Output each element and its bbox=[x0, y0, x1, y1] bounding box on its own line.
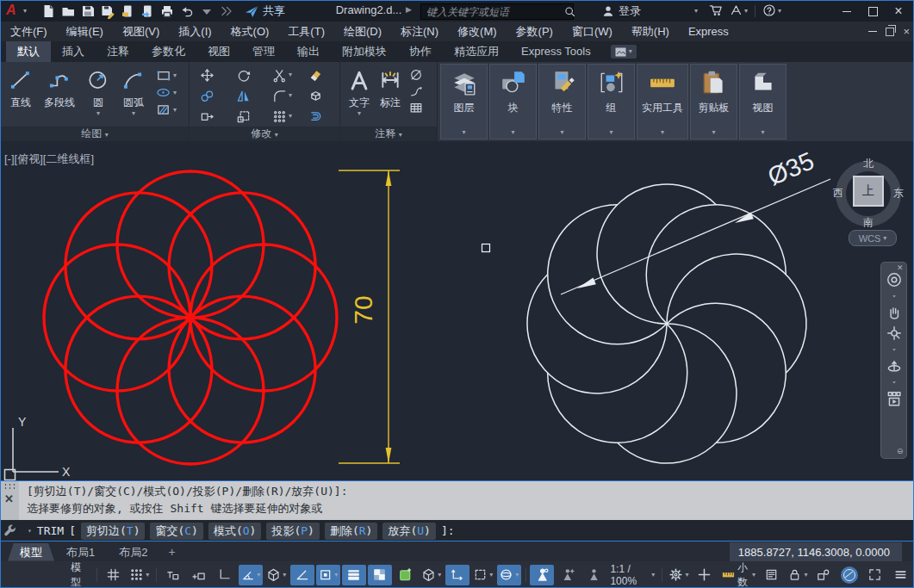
ellipse-tool[interactable]: ▾ bbox=[156, 85, 177, 100]
search-input[interactable] bbox=[425, 5, 563, 19]
autodesk-caret-icon[interactable]: ▾ bbox=[744, 8, 748, 15]
ribbon-tab-0[interactable]: 默认 bbox=[6, 41, 51, 62]
viewcube-top-face[interactable]: 上 bbox=[853, 176, 884, 207]
menu-item-11[interactable]: 帮助(H) bbox=[622, 22, 679, 41]
menu-item-4[interactable]: 格式(O) bbox=[221, 22, 279, 41]
minimize-button[interactable] bbox=[834, 1, 860, 22]
command-close-icon[interactable]: ✕ bbox=[4, 492, 14, 505]
panel-button-4[interactable]: 实用工具▾ bbox=[637, 64, 688, 139]
ribbon-tab-3[interactable]: 参数化 bbox=[140, 41, 196, 62]
3d-object-snap[interactable]: ▾ bbox=[420, 565, 444, 585]
mirror-tool[interactable] bbox=[231, 85, 267, 106]
navbar-caret-icon[interactable] bbox=[890, 345, 898, 354]
help-caret-icon[interactable]: ▾ bbox=[778, 8, 781, 15]
scale-value[interactable]: 1:1 / 100%▾ bbox=[607, 565, 657, 585]
viewport-controls-label[interactable]: [-][俯视][二维线框] bbox=[4, 152, 94, 167]
panel-button-6[interactable]: 视图▾ bbox=[739, 64, 787, 139]
object-snap-tracking[interactable] bbox=[290, 565, 314, 585]
scale-tool[interactable] bbox=[231, 106, 267, 127]
undo-icon[interactable] bbox=[179, 3, 195, 19]
menu-item-9[interactable]: 参数(P) bbox=[507, 22, 563, 41]
line-tool[interactable]: 直线 bbox=[4, 65, 37, 117]
navbar-collapse-icon[interactable]: ⊖ bbox=[897, 447, 904, 455]
draw-panel-title[interactable]: 绘图 ▾ bbox=[1, 127, 189, 141]
undo-caret-icon[interactable] bbox=[199, 3, 215, 19]
erase-tool[interactable] bbox=[303, 65, 339, 85]
fillet-tool[interactable]: ▾ bbox=[267, 85, 303, 106]
hand-icon[interactable] bbox=[886, 304, 903, 321]
maximize-button[interactable] bbox=[860, 1, 886, 22]
command-customize-wrench-icon[interactable] bbox=[3, 523, 17, 537]
menu-item-5[interactable]: 工具(T) bbox=[278, 22, 334, 41]
annotation-visibility[interactable] bbox=[530, 565, 554, 585]
viewcube-east-label[interactable]: 东 bbox=[893, 186, 904, 201]
offset-tool[interactable] bbox=[303, 106, 339, 127]
print-icon[interactable] bbox=[159, 3, 175, 19]
drag-handle-icon[interactable] bbox=[3, 483, 16, 490]
drawing-viewport[interactable]: 70Ø35 Y X [-][俯视][二维线框] 北 南 东 西 上 WCS▾ ✕… bbox=[1, 141, 913, 480]
search-icon[interactable] bbox=[563, 5, 576, 18]
units[interactable]: 小数▾ bbox=[718, 565, 758, 585]
command-option-U[interactable]: 放弃(U) bbox=[382, 523, 435, 540]
polar-tracking[interactable]: ▾ bbox=[239, 565, 263, 585]
menu-item-12[interactable]: Express bbox=[679, 22, 738, 41]
new-icon[interactable] bbox=[40, 3, 56, 19]
store-cart-icon[interactable] bbox=[708, 3, 723, 17]
panel-button-3[interactable]: 组▾ bbox=[588, 64, 635, 139]
snap-mode[interactable]: ▾ bbox=[127, 565, 152, 585]
isometric-drafting[interactable]: ▾ bbox=[264, 565, 289, 585]
dynamic-input[interactable] bbox=[187, 565, 211, 585]
open-icon[interactable] bbox=[60, 3, 76, 19]
menu-item-1[interactable]: 编辑(E) bbox=[57, 22, 113, 41]
dev2-icon[interactable] bbox=[140, 3, 155, 19]
command-option-O[interactable]: 模式(O) bbox=[208, 523, 261, 540]
ribbon-tab-8[interactable]: 协作 bbox=[398, 41, 443, 62]
layout-tab-1[interactable]: 布局1 bbox=[54, 543, 107, 561]
wcs-dropdown[interactable]: WCS▾ bbox=[849, 230, 897, 246]
menu-item-8[interactable]: 修改(M) bbox=[448, 22, 507, 41]
rotate-tool[interactable] bbox=[231, 65, 267, 85]
lineweight[interactable] bbox=[342, 565, 366, 585]
viewcube-north-label[interactable]: 北 bbox=[863, 157, 874, 171]
command-option-T[interactable]: 剪切边(T) bbox=[81, 523, 145, 540]
ribbon-tab-9[interactable]: 精选应用 bbox=[443, 41, 510, 62]
menu-item-3[interactable]: 插入(I) bbox=[169, 22, 221, 41]
wheel-icon[interactable] bbox=[886, 271, 903, 288]
annotation-scale[interactable] bbox=[581, 565, 606, 585]
dev-icon[interactable] bbox=[120, 3, 135, 19]
signin-caret-icon[interactable]: ▾ bbox=[694, 8, 698, 15]
ribbon-tab-2[interactable]: 注释 bbox=[96, 41, 140, 62]
circle-tool[interactable]: 圆▾ bbox=[82, 65, 115, 117]
viewcube-west-label[interactable]: 西 bbox=[833, 186, 843, 201]
app-menu-caret-icon[interactable]: ▾ bbox=[23, 8, 27, 15]
navbar-caret-icon[interactable] bbox=[890, 292, 898, 300]
quick-properties[interactable] bbox=[760, 565, 784, 585]
table-tool[interactable] bbox=[409, 101, 423, 115]
new-layout-button[interactable]: + bbox=[168, 545, 175, 559]
recent-commands-caret-icon[interactable]: ▾ bbox=[28, 528, 32, 535]
graphics-performance[interactable] bbox=[837, 565, 861, 585]
orbit-icon[interactable] bbox=[886, 357, 903, 374]
menu-item-2[interactable]: 视图(V) bbox=[113, 22, 169, 41]
signin-person-icon[interactable] bbox=[601, 4, 615, 18]
share-button[interactable]: 共享 bbox=[244, 2, 285, 21]
panel-button-5[interactable]: 剪贴板▾ bbox=[690, 64, 737, 139]
copy-tool[interactable] bbox=[195, 85, 231, 106]
motion-icon[interactable] bbox=[886, 390, 903, 407]
layout-tab-2[interactable]: 布局2 bbox=[107, 543, 159, 561]
ribbon-tab-5[interactable]: 管理 bbox=[241, 41, 286, 62]
menu-item-0[interactable]: 文件(F) bbox=[1, 22, 57, 41]
menu-item-7[interactable]: 标注(N) bbox=[391, 22, 448, 41]
polyline-tool[interactable]: 多段线 bbox=[37, 65, 82, 117]
trim-tool[interactable]: ▾ bbox=[267, 65, 303, 85]
ribbon-tab-6[interactable]: 输出 bbox=[286, 41, 331, 62]
ortho-mode[interactable] bbox=[213, 565, 237, 585]
move-tool[interactable] bbox=[195, 65, 231, 85]
autodesk-app-icon[interactable] bbox=[730, 3, 743, 16]
gizmo[interactable]: ▾ bbox=[497, 565, 521, 585]
clean-screen[interactable] bbox=[863, 565, 887, 585]
saveas-icon[interactable] bbox=[100, 3, 115, 19]
panel-button-0[interactable]: 图层▾ bbox=[440, 64, 488, 139]
command-option-C[interactable]: 窗交(C) bbox=[150, 523, 202, 540]
navbar-close-icon[interactable]: ✕ bbox=[897, 263, 904, 272]
